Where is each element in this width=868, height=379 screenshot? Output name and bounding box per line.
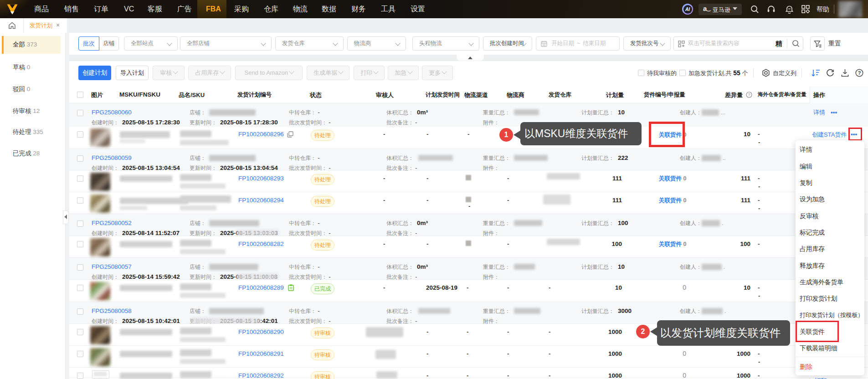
svg-text:?: ? <box>748 92 750 97</box>
svg-text:?: ? <box>858 70 861 76</box>
